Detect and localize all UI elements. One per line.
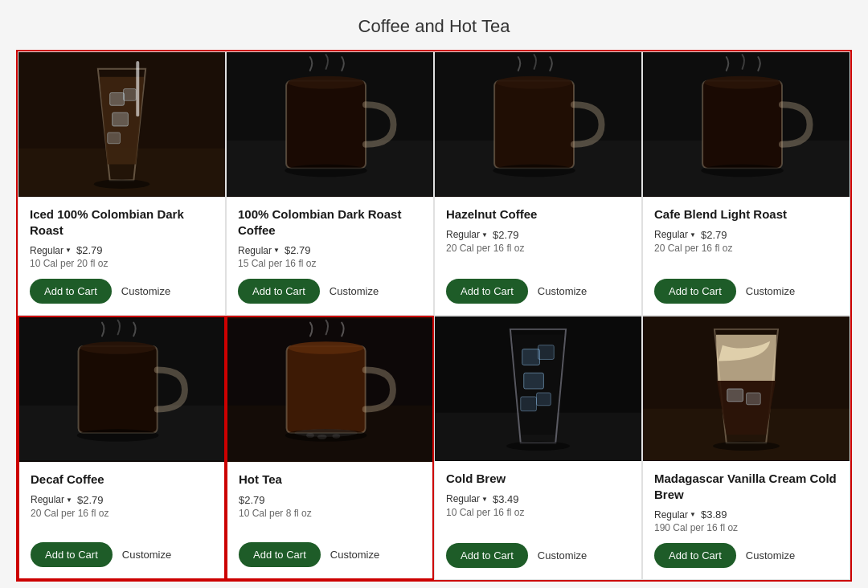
size-price-row: Regular $3.49: [446, 493, 630, 505]
svg-point-16: [496, 76, 572, 89]
product-name: Hot Tea: [239, 472, 421, 488]
customize-button[interactable]: Customize: [121, 285, 170, 297]
card-body: 100% Colombian Dark Roast Coffee Regular…: [227, 197, 433, 315]
add-to-cart-button[interactable]: Add to Cart: [31, 542, 113, 567]
add-to-cart-button[interactable]: Add to Cart: [30, 279, 112, 304]
card-actions: Add to Cart Customize: [654, 543, 838, 568]
product-image: [435, 52, 641, 197]
customize-button[interactable]: Customize: [122, 549, 171, 561]
size-price-row: Regular $2.79: [30, 244, 214, 256]
product-name: Cold Brew: [446, 471, 630, 487]
svg-rect-40: [538, 345, 555, 360]
product-grid: Iced 100% Colombian Dark Roast Regular $…: [16, 50, 852, 582]
customize-button[interactable]: Customize: [330, 285, 379, 297]
svg-rect-3: [123, 89, 136, 101]
svg-rect-25: [79, 346, 158, 433]
size-label[interactable]: Regular: [238, 245, 280, 256]
product-image: [18, 52, 225, 197]
product-calories: 15 Cal per 16 fl oz: [238, 258, 422, 269]
svg-point-11: [288, 76, 364, 89]
product-name: Decaf Coffee: [31, 472, 213, 488]
product-price: $2.79: [77, 494, 104, 506]
size-label[interactable]: Regular: [446, 229, 488, 240]
svg-rect-42: [521, 397, 537, 411]
svg-point-44: [506, 441, 570, 451]
size-price-row: $2.79: [239, 494, 421, 506]
product-image: [643, 52, 850, 197]
customize-button[interactable]: Customize: [330, 549, 379, 561]
product-calories: 20 Cal per 16 fl oz: [31, 508, 213, 519]
product-price: $2.79: [285, 244, 311, 256]
add-to-cart-button[interactable]: Add to Cart: [238, 279, 320, 304]
customize-button[interactable]: Customize: [746, 549, 795, 561]
product-calories: 10 Cal per 16 fl oz: [446, 507, 630, 518]
card-actions: Add to Cart Customize: [239, 542, 421, 567]
add-to-cart-button[interactable]: Add to Cart: [654, 279, 736, 304]
card-actions: Add to Cart Customize: [654, 279, 838, 304]
page-title: Coffee and Hot Tea: [16, 16, 852, 37]
customize-button[interactable]: Customize: [538, 285, 587, 297]
product-name: Iced 100% Colombian Dark Roast: [30, 206, 214, 238]
svg-point-36: [285, 429, 367, 442]
svg-point-49: [713, 441, 780, 451]
svg-point-26: [80, 341, 156, 354]
add-to-cart-button[interactable]: Add to Cart: [446, 279, 528, 304]
svg-point-7: [94, 179, 149, 189]
product-name: Madagascar Vanilla Cream Cold Brew: [654, 471, 838, 502]
product-name: Cafe Blend Light Roast: [654, 206, 838, 223]
product-card-madagascar: Madagascar Vanilla Cream Cold Brew Regul…: [642, 316, 850, 580]
card-body: Hot Tea $2.79 10 Cal per 8 fl oz Add to …: [227, 462, 432, 578]
card-body: Hazelnut Coffee Regular $2.79 20 Cal per…: [435, 197, 641, 315]
card-actions: Add to Cart Customize: [446, 279, 630, 304]
card-body: Cold Brew Regular $3.49 10 Cal per 16 fl…: [435, 461, 641, 579]
product-image: [227, 317, 432, 462]
product-price: $2.79: [493, 229, 519, 241]
product-calories: 190 Cal per 16 fl oz: [654, 522, 838, 533]
card-actions: Add to Cart Customize: [30, 279, 214, 304]
svg-rect-10: [286, 81, 366, 169]
svg-rect-5: [108, 133, 121, 144]
product-card-colombian-dark: 100% Colombian Dark Roast Coffee Regular…: [226, 51, 434, 316]
svg-point-17: [493, 164, 575, 177]
product-card-hazelnut: Hazelnut Coffee Regular $2.79 20 Cal per…: [434, 51, 642, 316]
product-calories: 10 Cal per 20 fl oz: [30, 258, 214, 269]
svg-rect-30: [287, 346, 366, 433]
product-price: $2.79: [76, 244, 103, 256]
product-card-decaf: Decaf Coffee Regular $2.79 20 Cal per 16…: [18, 316, 226, 580]
size-price-row: Regular $2.79: [446, 229, 630, 241]
product-image: [435, 316, 641, 461]
product-price: $2.79: [239, 494, 265, 506]
size-price-row: Regular $2.79: [654, 229, 838, 241]
size-label[interactable]: Regular: [654, 509, 696, 521]
svg-rect-39: [522, 349, 540, 365]
size-price-row: Regular $3.89: [654, 508, 838, 521]
size-price-row: Regular $2.79: [238, 244, 422, 256]
card-body: Decaf Coffee Regular $2.79 20 Cal per 16…: [19, 462, 224, 578]
size-label[interactable]: Regular: [30, 245, 72, 256]
svg-rect-6: [136, 61, 139, 116]
add-to-cart-button[interactable]: Add to Cart: [446, 543, 528, 568]
svg-point-12: [285, 164, 367, 177]
size-label[interactable]: Regular: [31, 494, 72, 505]
add-to-cart-button[interactable]: Add to Cart: [654, 543, 736, 568]
product-card-hot-tea: Hot Tea $2.79 10 Cal per 8 fl oz Add to …: [226, 316, 434, 580]
product-card-cold-brew: Cold Brew Regular $3.49 10 Cal per 16 fl…: [434, 316, 642, 580]
svg-point-27: [77, 429, 159, 442]
card-body: Cafe Blend Light Roast Regular $2.79 20 …: [643, 197, 850, 315]
product-name: Hazelnut Coffee: [446, 206, 630, 223]
product-calories: 20 Cal per 16 fl oz: [654, 243, 838, 254]
svg-point-31: [289, 341, 364, 354]
svg-rect-20: [702, 81, 782, 169]
size-label[interactable]: Regular: [446, 493, 488, 504]
svg-point-21: [704, 76, 780, 89]
card-body: Iced 100% Colombian Dark Roast Regular $…: [18, 197, 225, 315]
customize-button[interactable]: Customize: [746, 285, 795, 297]
product-name: 100% Colombian Dark Roast Coffee: [238, 206, 422, 238]
add-to-cart-button[interactable]: Add to Cart: [239, 542, 321, 567]
product-card-cafe-blend: Cafe Blend Light Roast Regular $2.79 20 …: [642, 51, 850, 316]
product-price: $3.49: [493, 493, 519, 505]
size-label[interactable]: Regular: [654, 229, 696, 240]
customize-button[interactable]: Customize: [538, 549, 587, 561]
card-actions: Add to Cart Customize: [31, 542, 213, 567]
product-image: [19, 317, 224, 462]
